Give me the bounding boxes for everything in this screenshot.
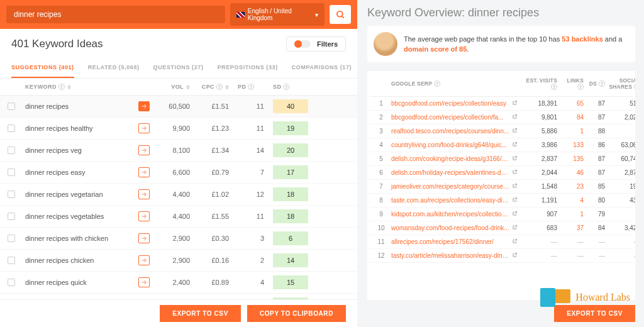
url-cell[interactable]: tasty.co/article/melissaharrison/easy-di… [391, 252, 509, 259]
export-csv-button[interactable]: EXPORT TO CSV [160, 305, 241, 322]
row-checkbox[interactable] [8, 169, 15, 176]
tab-0[interactable]: SUGGESTIONS (401) [11, 59, 74, 78]
ds-cell: 87 [586, 169, 605, 176]
search-button[interactable] [330, 5, 351, 24]
open-icon[interactable] [138, 255, 150, 265]
url-cell[interactable]: delish.com/holiday-recipes/valentines-da… [391, 169, 509, 176]
row-checkbox[interactable] [8, 191, 15, 198]
links-cell: 84 [560, 114, 584, 121]
sd-cell: 18 [273, 187, 308, 201]
url-cell[interactable]: countryliving.com/food-drinks/g648/quic.… [391, 141, 509, 148]
shares-cell: 439 [608, 197, 635, 204]
table-row[interactable]: dinner recipes vegetarian4,400£1.021218 [0, 184, 357, 206]
url-cell[interactable]: taste.com.au/recipes/collections/easy-di… [391, 197, 509, 204]
external-link-icon[interactable] [512, 141, 523, 148]
open-icon[interactable] [138, 145, 150, 155]
url-cell[interactable]: kidspot.com.au/kitchen/recipes/collectio… [391, 211, 509, 218]
url-cell[interactable]: bbcgoodfood.com/recipes/collection/easy [391, 100, 509, 107]
copy-clipboard-button[interactable]: COPY TO CLIPBOARD [247, 305, 346, 322]
open-icon[interactable] [138, 189, 150, 199]
visits-cell: — [526, 252, 557, 259]
url-cell[interactable]: allrecipes.com/recipes/17562/dinner/ [391, 238, 509, 245]
visits-cell: 683 [526, 224, 557, 231]
shares-cell: 2,027 [608, 114, 635, 121]
url-cell[interactable]: jamieoliver.com/recipes/category/course/… [391, 183, 509, 190]
row-checkbox[interactable] [8, 235, 15, 242]
open-icon[interactable] [138, 211, 150, 221]
serp-row: 5delish.com/cooking/recipe-ideas/g3166/c… [370, 152, 633, 166]
url-cell[interactable]: bbcgoodfood.com/recipes/collection/fa... [391, 114, 509, 121]
links-cell: 1 [560, 211, 584, 218]
serp-row: 12tasty.co/article/melissaharrison/easy-… [370, 249, 633, 263]
cpc-cell: £1.34 [199, 147, 238, 154]
rank-cell: 4 [374, 141, 389, 148]
visits-cell: 5,886 [526, 128, 557, 135]
external-link-icon[interactable] [512, 252, 523, 259]
table-row[interactable]: dinner recipes quick2,400£0.89415 [0, 272, 357, 294]
open-icon[interactable] [138, 233, 150, 243]
links-cell: 46 [560, 169, 584, 176]
table-row[interactable]: dinner recipes with chicken2,900£0.3036 [0, 228, 357, 250]
language-select[interactable]: English / United Kingdom ▾ [230, 3, 325, 26]
tab-3[interactable]: PREPOSITIONS (33) [218, 59, 278, 78]
keyword-cell: dinner recipes chicken [25, 257, 138, 264]
filters-toggle[interactable]: Filters [286, 36, 346, 52]
cpc-cell: £1.23 [199, 125, 238, 132]
links-cell: 1 [560, 128, 584, 135]
ds-cell: — [586, 238, 605, 245]
table-row[interactable]: dinner recipes60,500£1.511140 [0, 96, 357, 118]
row-checkbox[interactable] [8, 125, 15, 132]
external-link-icon[interactable] [512, 183, 523, 190]
open-icon[interactable] [138, 167, 150, 177]
keyword-cell: dinner recipes quick [25, 279, 138, 286]
shares-cell: 2,877 [608, 169, 635, 176]
external-link-icon[interactable] [512, 128, 523, 135]
overview-title: Keyword Overview: dinner recipes [367, 6, 635, 19]
url-cell[interactable]: realfood.tesco.com/recipes/courses/dinn.… [391, 128, 509, 135]
external-link-icon[interactable] [512, 224, 523, 231]
tab-4[interactable]: COMPARISONS (17) [292, 59, 352, 78]
table-row[interactable]: dinner recipes vegetables4,400£1.551118 [0, 206, 357, 228]
external-link-icon[interactable] [512, 211, 523, 218]
visits-cell: 1,548 [526, 183, 557, 190]
ds-cell: 87 [586, 100, 605, 107]
rank-cell: 9 [374, 211, 389, 218]
open-icon[interactable] [138, 277, 150, 287]
url-cell[interactable]: delish.com/cooking/recipe-ideas/g3166/c.… [391, 155, 509, 162]
row-checkbox[interactable] [8, 279, 15, 286]
row-checkbox[interactable] [8, 103, 15, 110]
tab-2[interactable]: QUESTIONS (27) [153, 59, 204, 78]
links-cell: 4 [560, 197, 584, 204]
sd-cell: 19 [273, 121, 308, 135]
external-link-icon[interactable] [512, 114, 523, 121]
table-row[interactable]: dinner recipes healthy9,900£1.231119 [0, 118, 357, 140]
search-bar: English / United Kingdom ▾ [0, 0, 357, 29]
search-input[interactable] [6, 6, 225, 23]
url-cell[interactable]: womansday.com/food-recipes/food-drink... [391, 224, 509, 231]
row-checkbox[interactable] [8, 257, 15, 264]
pd-cell: 12 [238, 191, 273, 198]
serp-export-button[interactable]: EXPORT TO CSV [554, 305, 635, 322]
rank-cell: 6 [374, 169, 389, 176]
table-row[interactable]: dinner recipes easy6,600£0.79717 [0, 162, 357, 184]
table-row[interactable]: dinner recipes veg8,100£1.341420 [0, 140, 357, 162]
table-row[interactable]: dinner recipes chicken2,900£0.16214 [0, 250, 357, 272]
keyword-cell: dinner recipes healthy [25, 125, 138, 132]
external-link-icon[interactable] [512, 238, 523, 245]
external-link-icon[interactable] [512, 155, 523, 162]
open-icon[interactable] [138, 123, 150, 133]
cpc-cell: £1.51 [199, 103, 238, 110]
tab-1[interactable]: RELATED (5,068) [88, 59, 140, 78]
external-link-icon[interactable] [512, 100, 523, 107]
avatar [374, 32, 397, 56]
tabs: SUGGESTIONS (401)RELATED (5,068)QUESTION… [0, 59, 357, 79]
row-checkbox[interactable] [8, 147, 15, 154]
table-row[interactable]: dinner recipe ideas1,900£0.55615 [0, 294, 357, 299]
external-link-icon[interactable] [512, 169, 523, 176]
open-icon[interactable] [138, 101, 150, 111]
vol-cell: 2,900 [156, 257, 199, 264]
row-checkbox[interactable] [8, 213, 15, 220]
serp-row: 6delish.com/holiday-recipes/valentines-d… [370, 166, 633, 180]
toggle-icon [294, 40, 311, 48]
external-link-icon[interactable] [512, 197, 523, 204]
